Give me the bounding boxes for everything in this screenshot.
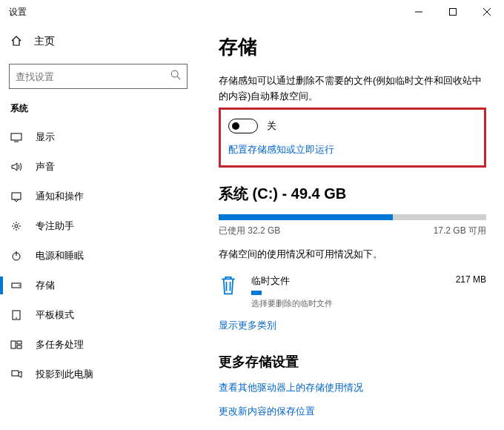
home-label: 主页 bbox=[34, 35, 55, 48]
svg-rect-17 bbox=[17, 341, 21, 344]
more-settings-header: 更多存储设置 bbox=[219, 353, 486, 371]
storage-icon bbox=[10, 280, 22, 291]
temp-size: 217 MB bbox=[456, 274, 486, 285]
storage-sense-toggle[interactable] bbox=[228, 119, 258, 133]
sidebar-item-power[interactable]: 电源和睡眠 bbox=[0, 241, 196, 271]
notification-icon bbox=[10, 191, 22, 202]
sidebar-item-focus[interactable]: 专注助手 bbox=[0, 211, 196, 241]
minimize-button[interactable] bbox=[402, 0, 436, 24]
multitask-icon bbox=[10, 339, 22, 351]
configure-storage-sense-link[interactable]: 配置存储感知或立即运行 bbox=[228, 144, 334, 155]
project-icon bbox=[10, 368, 22, 380]
svg-point-13 bbox=[19, 285, 20, 286]
sidebar-item-label: 多任务处理 bbox=[36, 338, 84, 351]
sidebar-item-multitask[interactable]: 多任务处理 bbox=[0, 330, 196, 360]
temp-bar bbox=[251, 291, 262, 295]
sidebar-item-sound[interactable]: 声音 bbox=[0, 152, 196, 182]
focus-icon bbox=[10, 220, 22, 232]
storage-sense-toggle-row: 关 bbox=[228, 119, 477, 133]
show-more-categories-link[interactable]: 显示更多类别 bbox=[219, 320, 276, 331]
usage-row: 已使用 32.2 GB 17.2 GB 可用 bbox=[219, 225, 486, 237]
sidebar-item-project[interactable]: 投影到此电脑 bbox=[0, 360, 196, 389]
svg-rect-1 bbox=[450, 9, 457, 16]
svg-rect-6 bbox=[11, 133, 21, 140]
highlight-box: 关 配置存储感知或立即运行 bbox=[219, 108, 486, 168]
sidebar: 主页 系统 显示 声音 通知和操作 专注助手 电源和睡眠 bbox=[0, 24, 196, 430]
display-icon bbox=[10, 131, 22, 143]
main-content: 存储 存储感知可以通过删除不需要的文件(例如临时文件和回收站中的内容)自动释放空… bbox=[196, 24, 504, 430]
sidebar-item-display[interactable]: 显示 bbox=[0, 122, 196, 152]
close-button[interactable] bbox=[470, 0, 504, 24]
temp-title: 临时文件 bbox=[251, 274, 442, 288]
search-icon bbox=[170, 70, 181, 83]
sidebar-item-notifications[interactable]: 通知和操作 bbox=[0, 182, 196, 211]
sound-icon bbox=[10, 161, 22, 173]
sidebar-item-label: 平板模式 bbox=[36, 308, 74, 322]
toggle-knob bbox=[232, 122, 239, 130]
search-box[interactable] bbox=[9, 64, 188, 89]
sidebar-item-label: 存储 bbox=[36, 279, 55, 292]
sidebar-item-storage[interactable]: 存储 bbox=[0, 271, 196, 300]
temp-info: 临时文件 选择要删除的临时文件 bbox=[251, 274, 442, 309]
svg-rect-8 bbox=[12, 193, 21, 199]
sidebar-item-label: 通知和操作 bbox=[36, 190, 84, 203]
power-icon bbox=[10, 250, 22, 262]
svg-rect-19 bbox=[12, 371, 19, 376]
sidebar-item-label: 声音 bbox=[36, 160, 55, 173]
svg-rect-18 bbox=[17, 345, 21, 348]
svg-point-9 bbox=[15, 225, 18, 228]
storage-sense-description: 存储感知可以通过删除不需要的文件(例如临时文件和回收站中的内容)自动释放空间。 bbox=[219, 73, 486, 105]
trash-icon bbox=[219, 274, 238, 300]
save-location-link[interactable]: 更改新内容的保存位置 bbox=[219, 405, 486, 418]
other-drives-link[interactable]: 查看其他驱动器上的存储使用情况 bbox=[219, 381, 486, 394]
used-space-label: 已使用 32.2 GB bbox=[219, 225, 280, 237]
storage-bar-fill bbox=[219, 214, 393, 220]
drive-header: 系统 (C:) - 49.4 GB bbox=[219, 184, 486, 204]
window-buttons bbox=[402, 0, 504, 24]
usage-description: 存储空间的使用情况和可用情况如下。 bbox=[219, 248, 486, 261]
sidebar-item-tablet[interactable]: 平板模式 bbox=[0, 300, 196, 330]
layout: 主页 系统 显示 声音 通知和操作 专注助手 电源和睡眠 bbox=[0, 24, 504, 430]
app-title: 设置 bbox=[9, 6, 402, 19]
temp-files-row[interactable]: 临时文件 选择要删除的临时文件 217 MB bbox=[219, 274, 486, 309]
sidebar-item-label: 电源和睡眠 bbox=[36, 249, 84, 262]
search-input[interactable] bbox=[16, 71, 170, 82]
svg-line-5 bbox=[177, 76, 180, 79]
home-button[interactable]: 主页 bbox=[0, 27, 196, 56]
free-space-label: 17.2 GB 可用 bbox=[434, 225, 486, 237]
home-icon bbox=[10, 35, 22, 49]
svg-point-4 bbox=[171, 70, 178, 77]
category-header: 系统 bbox=[0, 102, 196, 122]
toggle-state-label: 关 bbox=[267, 119, 276, 133]
sidebar-item-label: 显示 bbox=[36, 130, 55, 144]
titlebar: 设置 bbox=[0, 0, 504, 24]
maximize-button[interactable] bbox=[436, 0, 470, 24]
sidebar-item-label: 专注助手 bbox=[36, 219, 74, 233]
svg-rect-16 bbox=[11, 341, 16, 348]
temp-subtitle: 选择要删除的临时文件 bbox=[251, 298, 442, 309]
page-title: 存储 bbox=[219, 34, 486, 60]
storage-bar bbox=[219, 214, 486, 220]
sidebar-item-label: 投影到此电脑 bbox=[36, 368, 93, 381]
tablet-icon bbox=[10, 309, 22, 321]
